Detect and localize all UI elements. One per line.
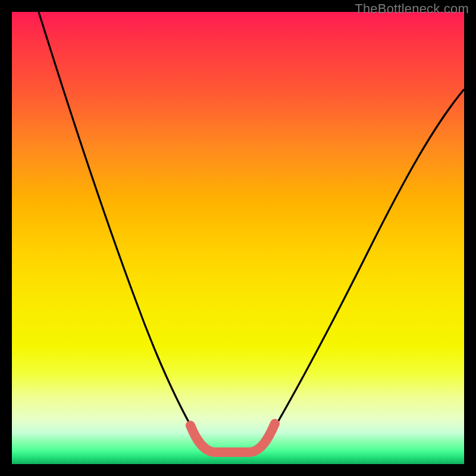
plot-area — [12, 12, 464, 464]
chart-frame: TheBottleneck.com — [0, 0, 476, 476]
bottleneck-curve — [39, 12, 464, 452]
curve-layer — [12, 12, 464, 464]
highlight-segment — [190, 424, 275, 452]
watermark-text: TheBottleneck.com — [355, 1, 469, 17]
